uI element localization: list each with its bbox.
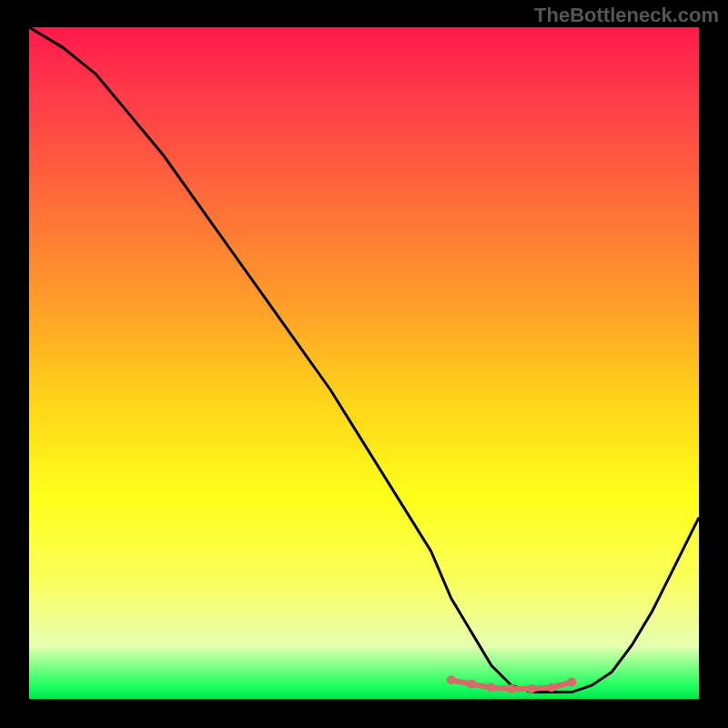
optimal-band-dot: [467, 680, 476, 689]
optimal-band-dot: [487, 683, 496, 693]
optimal-band-dots: [447, 675, 577, 693]
bottleneck-curve-path: [29, 27, 699, 693]
optimal-band-dot: [527, 684, 536, 693]
optimal-band-dot: [547, 683, 556, 693]
optimal-band-dot: [447, 675, 456, 684]
chart-svg: [29, 27, 699, 699]
optimal-band-dot: [567, 678, 576, 687]
optimal-band-dot: [507, 684, 516, 693]
watermark-text: TheBottleneck.com: [534, 4, 719, 27]
